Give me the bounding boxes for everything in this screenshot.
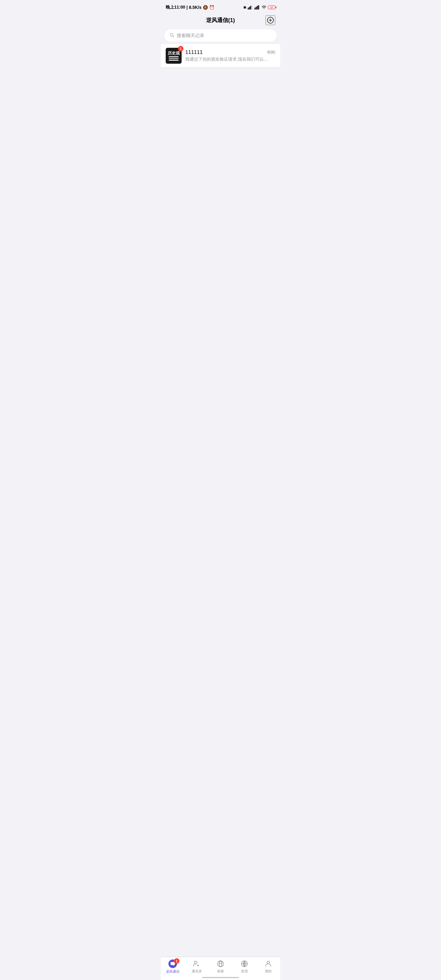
empty-space bbox=[161, 68, 280, 246]
signal-icon bbox=[248, 5, 253, 10]
wifi-icon bbox=[261, 5, 267, 10]
avatar-wrapper: 历史观 1 bbox=[166, 48, 181, 64]
svg-rect-2 bbox=[250, 6, 251, 10]
chat-header-row: 111111 刚刚 bbox=[185, 49, 275, 56]
svg-rect-5 bbox=[256, 7, 256, 10]
header: 逆风通信(1) bbox=[161, 13, 280, 27]
signal-icon-2 bbox=[255, 5, 260, 10]
search-placeholder: 搜索聊天记录 bbox=[177, 33, 204, 38]
svg-rect-1 bbox=[249, 7, 250, 10]
status-right: ✱ 17 bbox=[243, 5, 275, 10]
svg-rect-4 bbox=[255, 8, 255, 10]
speed: 8.5K/s bbox=[189, 5, 202, 10]
svg-rect-0 bbox=[248, 8, 249, 10]
bluetooth-icon: ✱ bbox=[243, 5, 247, 10]
chat-time: 刚刚 bbox=[267, 49, 275, 55]
svg-rect-3 bbox=[252, 5, 252, 10]
svg-line-12 bbox=[173, 36, 174, 37]
add-button[interactable] bbox=[266, 15, 275, 25]
no-disturb-icon: 🔕 bbox=[203, 5, 208, 10]
time: 晚上11:00 bbox=[166, 5, 185, 10]
chat-content: 111111 刚刚 我通过了你的朋友验证请求,现在我们可以… bbox=[185, 49, 275, 62]
page-title: 逆风通信(1) bbox=[206, 16, 235, 24]
alarm-icon: ⏰ bbox=[209, 5, 214, 10]
chat-preview: 我通过了你的朋友验证请求,现在我们可以… bbox=[185, 57, 275, 62]
search-icon bbox=[169, 32, 174, 38]
svg-rect-6 bbox=[257, 6, 258, 10]
status-left: 晚上11:00 | 8.5K/s 🔕 ⏰ bbox=[166, 5, 214, 10]
chat-name: 111111 bbox=[185, 49, 203, 56]
search-bar[interactable]: 搜索聊天记录 bbox=[164, 29, 277, 41]
status-bar: 晚上11:00 | 8.5K/s 🔕 ⏰ ✱ 17 bbox=[161, 0, 280, 13]
svg-point-11 bbox=[170, 33, 173, 36]
unread-badge: 1 bbox=[178, 46, 183, 51]
svg-rect-7 bbox=[258, 5, 259, 10]
chat-list: 历史观 1 111111 刚刚 我通过了你的朋友验证请求,现在我们可以… bbox=[161, 44, 280, 68]
chat-item[interactable]: 历史观 1 111111 刚刚 我通过了你的朋友验证请求,现在我们可以… bbox=[161, 44, 280, 68]
separator: | bbox=[186, 5, 188, 10]
battery-icon: 17 bbox=[268, 5, 275, 9]
